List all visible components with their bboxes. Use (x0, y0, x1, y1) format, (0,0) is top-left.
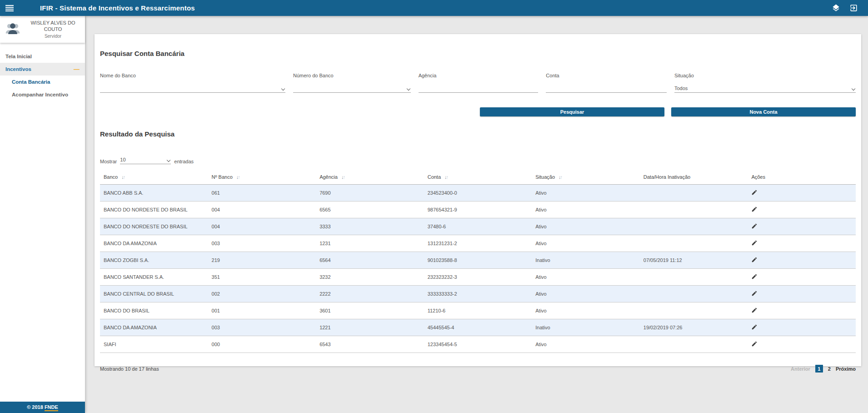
cell-numero: 002 (208, 286, 316, 302)
cell-inativacao: 07/05/2019 11:12 (640, 252, 748, 269)
edit-row-button[interactable] (751, 307, 758, 313)
field-label: Nome do Banco (100, 73, 285, 78)
situacao-select[interactable]: Todos (674, 84, 856, 93)
cell-situacao: Ativo (532, 302, 640, 319)
field-situacao: Situação Todos (674, 73, 856, 93)
edit-row-button[interactable] (751, 341, 758, 347)
edit-pencil-icon (751, 240, 758, 246)
edit-pencil-icon (751, 307, 758, 313)
field-label: Conta (546, 73, 667, 78)
edit-row-button[interactable] (751, 240, 758, 246)
exit-icon[interactable] (849, 4, 858, 12)
cell-conta: 987654321-9 (424, 201, 532, 218)
cell-acoes (748, 286, 856, 302)
edit-pencil-icon (751, 206, 758, 212)
layers-icon[interactable] (832, 4, 840, 12)
results-table-head-row: Banco↓↑Nº Banco↓↑Agência↓↑Conta↓↑Situaçã… (100, 171, 856, 185)
cell-conta: 45445545-4 (424, 319, 532, 336)
column-header-conta[interactable]: Conta↓↑ (424, 171, 532, 185)
column-header-situacao[interactable]: Situação↓↑ (532, 171, 640, 185)
sort-icon[interactable]: ↓↑ (236, 174, 239, 180)
edit-row-button[interactable] (751, 189, 758, 196)
sidebar-item-incentivos[interactable]: Incentivos — (0, 63, 85, 76)
edit-row-button[interactable] (751, 290, 758, 297)
cell-inativacao (640, 336, 748, 353)
field-label: Número do Banco (293, 73, 411, 78)
pagination-page-1[interactable]: 1 (815, 365, 823, 373)
table-row: BANCO ABB S.A.0617690234523400-0Ativo (100, 185, 856, 201)
cell-agencia: 3232 (316, 269, 424, 286)
cell-inativacao: 19/02/2019 07:26 (640, 319, 748, 336)
edit-pencil-icon (751, 290, 758, 297)
pesquisar-button[interactable]: Pesquisar (480, 107, 664, 116)
nova-conta-button[interactable]: Nova Conta (671, 107, 856, 116)
edit-row-button[interactable] (751, 273, 758, 280)
conta-input[interactable] (546, 84, 667, 93)
sidebar-menu: Tela Inicial Incentivos — Conta Bancária… (0, 50, 85, 101)
nome-do-banco-select[interactable] (100, 84, 285, 93)
field-conta: Conta (546, 73, 667, 93)
table-row: BANCO DO NORDESTE DO BRASIL004333337480-… (100, 218, 856, 235)
collapse-minus-icon[interactable]: — (74, 67, 80, 71)
cell-agencia: 3333 (316, 218, 424, 235)
cell-inativacao (640, 235, 748, 252)
cell-acoes (748, 336, 856, 353)
edit-pencil-icon (751, 257, 758, 263)
edit-row-button[interactable] (751, 257, 758, 263)
cell-acoes (748, 252, 856, 269)
sort-icon[interactable]: ↓↑ (444, 174, 448, 180)
page-size-row: Mostrar 10 entradas (95, 157, 861, 164)
edit-pencil-icon (751, 341, 758, 347)
group-avatar-icon (5, 20, 21, 38)
edit-row-button[interactable] (751, 324, 758, 330)
agencia-input[interactable] (419, 84, 539, 93)
cell-conta: 232323232-3 (424, 269, 532, 286)
pagination-page-2[interactable]: 2 (828, 366, 831, 372)
cell-inativacao (640, 218, 748, 235)
sidebar-item-tela-inicial[interactable]: Tela Inicial (0, 50, 85, 63)
sidebar-item-acompanhar-incentivo[interactable]: Acompanhar Incentivo (0, 88, 85, 101)
edit-row-button[interactable] (751, 223, 758, 229)
cell-banco: BANCO ABB S.A. (100, 185, 208, 201)
cell-agencia: 6543 (316, 336, 424, 353)
field-label: Agência (419, 73, 539, 78)
pagination-prev[interactable]: Anterior (791, 366, 810, 372)
column-label: Situação (535, 174, 555, 180)
sidebar-item-conta-bancaria[interactable]: Conta Bancária (0, 76, 85, 88)
cell-situacao: Inativo (532, 319, 640, 336)
cell-situacao: Inativo (532, 252, 640, 269)
numero-do-banco-select[interactable] (293, 84, 411, 93)
cell-numero: 001 (208, 302, 316, 319)
cell-banco: BANCO DA AMAZONIA (100, 319, 208, 336)
edit-row-button[interactable] (751, 206, 758, 212)
cell-situacao: Ativo (532, 201, 640, 218)
column-header-numero[interactable]: Nº Banco↓↑ (208, 171, 316, 185)
cell-numero: 004 (208, 218, 316, 235)
sort-icon[interactable]: ↓↑ (121, 174, 125, 180)
fnde-link[interactable]: FNDE (45, 404, 58, 411)
menu-icon[interactable] (5, 5, 14, 11)
pagination: Anterior 1 2 Próximo (791, 365, 856, 373)
table-row: BANCO DO BRASIL001360111210-6Ativo (100, 302, 856, 319)
cell-conta: 131231231-2 (424, 235, 532, 252)
sort-icon[interactable]: ↓↑ (559, 174, 562, 180)
chevron-down-icon (852, 87, 855, 91)
field-nome-do-banco: Nome do Banco (100, 73, 285, 93)
cell-banco: BANCO CENTRAL DO BRASIL (100, 286, 208, 302)
cell-agencia: 6564 (316, 252, 424, 269)
page-size-select[interactable]: 10 (120, 157, 171, 164)
column-header-agencia[interactable]: Agência↓↑ (316, 171, 424, 185)
search-form: Nome do Banco Número do Banco Agência Co… (95, 73, 861, 93)
column-header-banco[interactable]: Banco↓↑ (100, 171, 208, 185)
user-name: WISLEY ALVES DO COUTO (25, 20, 81, 33)
chevron-down-icon (281, 87, 285, 91)
edit-pencil-icon (751, 273, 758, 280)
sort-icon[interactable]: ↓↑ (341, 174, 344, 180)
cell-agencia: 6565 (316, 201, 424, 218)
cell-banco: BANCO ZOGBI S.A. (100, 252, 208, 269)
entries-label: entradas (174, 159, 194, 164)
cell-agencia: 3601 (316, 302, 424, 319)
table-row: SIAFI0006543123345454-5Ativo (100, 336, 856, 353)
pagination-next[interactable]: Próximo (836, 366, 856, 372)
page-title: Pesquisar Conta Bancária (95, 50, 861, 57)
